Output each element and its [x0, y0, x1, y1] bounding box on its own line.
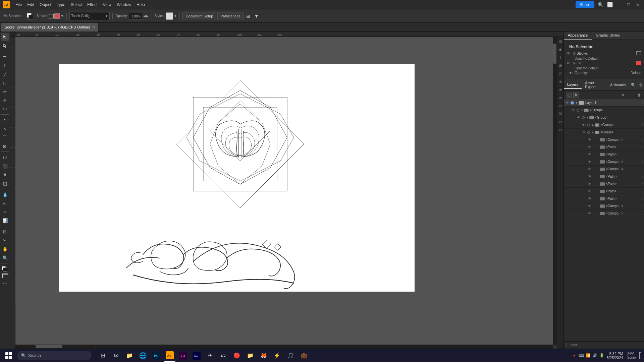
panel-btn-3[interactable]: T: [557, 54, 564, 60]
stroke-eye-icon[interactable]: 👁: [567, 52, 572, 55]
menu-select[interactable]: Select: [68, 2, 85, 8]
graphic-styles-tab[interactable]: Graphic Styles: [592, 32, 624, 40]
taskbar-photoshop-icon[interactable]: Ps: [150, 350, 162, 362]
vertical-scrollbar[interactable]: [553, 37, 557, 345]
search-icon[interactable]: 🔍: [597, 1, 604, 8]
arrange-icon[interactable]: ⊞: [245, 11, 252, 21]
artboard-container[interactable]: [15, 37, 557, 349]
brush-selector[interactable]: Touch Callig... ▼: [69, 12, 110, 20]
taskbar-explorer-icon[interactable]: 📁: [123, 350, 136, 362]
shape-builder-tool[interactable]: ⬡: [1, 153, 9, 161]
direct-selection-tool[interactable]: [1, 42, 9, 50]
fill-eye-icon[interactable]: 👁: [567, 61, 572, 65]
asset-export-tab[interactable]: Asset Export: [582, 79, 607, 90]
paintbrush-tool[interactable]: ✏: [1, 87, 9, 96]
rect-tool[interactable]: □: [1, 79, 9, 87]
layers-options-icon[interactable]: ⚙: [621, 93, 626, 97]
perspective-tool[interactable]: ⬛: [1, 162, 9, 170]
window-close-icon[interactable]: ✕: [635, 1, 641, 8]
layer-group-2[interactable]: 👁 ▼ G <Group> ○: [564, 114, 644, 121]
blob-brush-tool[interactable]: ⬭: [1, 105, 9, 113]
window-minimize-icon[interactable]: ─: [616, 1, 623, 8]
window-restore-icon[interactable]: ⬜: [606, 1, 613, 8]
taskbar-app15[interactable]: 🎵: [284, 350, 297, 362]
layers-delete-btn[interactable]: 🗑: [637, 93, 642, 97]
panel-btn-10[interactable]: ⌘: [557, 111, 564, 117]
layer-1-circle[interactable]: ○: [642, 101, 643, 105]
layers-fx-btn[interactable]: fx: [573, 92, 579, 98]
menu-effect[interactable]: Effect: [85, 2, 100, 8]
tab-close-button[interactable]: ✕: [92, 25, 95, 29]
menu-object[interactable]: Object: [37, 2, 54, 8]
taskbar-app13[interactable]: 🦊: [258, 350, 270, 362]
layer-group3-target[interactable]: ○: [642, 123, 643, 127]
styles-swatch[interactable]: [166, 12, 173, 20]
layer-group1-eye[interactable]: 👁: [571, 108, 576, 112]
layer-group2-expand[interactable]: ▼: [585, 116, 589, 119]
tray-volume-icon[interactable]: 🔊: [593, 353, 597, 358]
opacity-eye-icon[interactable]: 👁: [569, 71, 575, 75]
layer-group4-target[interactable]: ○: [642, 131, 643, 134]
more-tools[interactable]: ⋯: [1, 279, 9, 287]
layer-group1-expand[interactable]: ▼: [580, 109, 584, 112]
pen-tool[interactable]: ✒: [1, 53, 9, 61]
layer-compo-2[interactable]: 👁 <Compo...> ○: [564, 158, 644, 166]
layer-compo-4[interactable]: 👁 <Compo...> ○: [564, 202, 644, 210]
menu-view[interactable]: View: [100, 2, 114, 8]
layer-group4-eye[interactable]: 👁: [581, 130, 587, 134]
layer-path-2[interactable]: 👁 <Path> ○: [564, 151, 644, 158]
layer-group1-target[interactable]: ○: [642, 109, 643, 112]
tray-icon-1[interactable]: 🔺: [572, 353, 577, 358]
taskbar-app12[interactable]: 📁: [244, 350, 256, 362]
stroke-swatch[interactable]: [636, 51, 641, 55]
taskbar-chrome-icon[interactable]: 🌐: [137, 350, 149, 362]
taskbar-app10[interactable]: 🗂: [217, 350, 229, 362]
taskbar-app14[interactable]: ⚡: [271, 350, 283, 362]
artboards-tab[interactable]: Artboards: [607, 81, 630, 88]
taskbar-search[interactable]: 🔍 Search: [17, 351, 91, 360]
menu-file[interactable]: File: [13, 2, 24, 8]
type-tool[interactable]: T: [1, 61, 9, 69]
horizontal-scrollbar[interactable]: [15, 345, 553, 349]
fill-swatch-bottom[interactable]: [2, 266, 8, 272]
document-setup-button[interactable]: Document Setup: [182, 12, 216, 20]
free-transform-tool[interactable]: ⊠: [1, 142, 9, 150]
panel-btn-2[interactable]: ◉: [557, 46, 564, 52]
column-graph-tool[interactable]: 📊: [1, 217, 9, 225]
panel-btn-6[interactable]: ⊛: [557, 78, 564, 84]
appearance-tab[interactable]: Appearance: [564, 32, 592, 40]
scale-tool[interactable]: ⤡: [1, 125, 9, 133]
zoom-tool[interactable]: 🔍: [1, 254, 9, 262]
layer-1-header[interactable]: 👁 ▼ Layer 1 ○: [564, 99, 644, 107]
panel-btn-7[interactable]: ⊕: [557, 86, 564, 93]
panel-btn-12[interactable]: ⊝: [557, 127, 564, 133]
taskbar-app11[interactable]: 🔴: [231, 350, 243, 362]
panel-btn-5[interactable]: ⬡: [557, 70, 564, 76]
layers-find-icon[interactable]: 🔍: [631, 83, 636, 87]
layer-group2-eye[interactable]: 👁: [576, 116, 581, 119]
slice-tool[interactable]: ✂: [1, 236, 9, 244]
active-tab[interactable]: Soore_University.eps* @ 819 % (RGB/CPU O…: [1, 23, 99, 32]
notification-bar[interactable]: [639, 352, 641, 359]
warp-tool[interactable]: ⌒: [1, 133, 9, 141]
preferences-button[interactable]: Preferences: [217, 12, 243, 20]
menu-edit[interactable]: Edit: [24, 2, 37, 8]
selection-tool[interactable]: [1, 33, 9, 41]
taskbar-mail-icon[interactable]: ✉: [110, 350, 122, 362]
layers-add-icon[interactable]: +: [636, 83, 638, 87]
pencil-tool[interactable]: ✐: [1, 96, 9, 104]
artboard-tool[interactable]: ⊞: [1, 228, 9, 236]
mesh-tool[interactable]: #: [1, 171, 9, 179]
layers-tab[interactable]: Layers: [564, 81, 582, 89]
panel-btn-1[interactable]: ⊡: [557, 38, 564, 44]
layer-compo-1[interactable]: 👁 <Compo...> ○: [564, 136, 644, 143]
menu-help[interactable]: Help: [134, 2, 148, 8]
menu-type[interactable]: Type: [54, 2, 68, 8]
layer-path-4[interactable]: 👁 <Path> ○: [564, 180, 644, 188]
symbol-tool[interactable]: ☆: [1, 208, 9, 216]
layer-group3-expand[interactable]: ▶: [591, 123, 595, 127]
layer-path-5[interactable]: 👁 <Path> ○: [564, 188, 644, 195]
layer-1-expand[interactable]: ▼: [575, 101, 579, 105]
menu-window[interactable]: Window: [114, 2, 134, 8]
layer-group-3[interactable]: 👁 ▶ G <Group> ○: [564, 121, 644, 129]
